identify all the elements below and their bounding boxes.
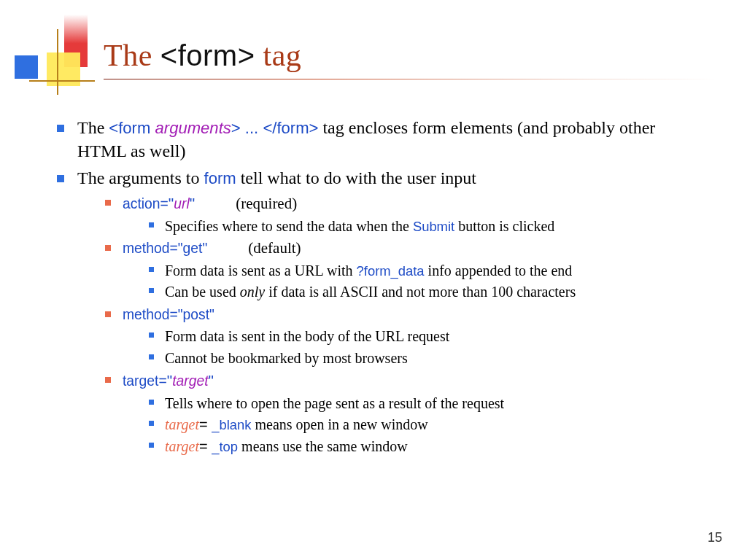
list-item: Form data is sent in the body of the URL… <box>149 327 708 346</box>
code-token: <form <box>109 119 155 137</box>
attr-name-token: target <box>165 416 199 432</box>
code-token: ?form_data <box>357 263 425 279</box>
list-item-method-get: method="get"(default) Form data is sent … <box>105 238 708 302</box>
list-item: Cannot be bookmarked by most browsers <box>149 349 708 368</box>
attr-label: method="get" <box>123 241 207 256</box>
attr-label: action= <box>123 196 169 211</box>
text: means open in a new window <box>251 416 427 432</box>
logo-horizontal-line <box>29 80 95 82</box>
code-token: _blank <box>212 417 251 432</box>
text: tell what to do with the user input <box>236 168 476 187</box>
attr-label: target= <box>123 373 167 389</box>
text: means use the same window <box>238 438 408 454</box>
var-token: arguments <box>155 119 231 137</box>
italic-text: only <box>240 284 265 300</box>
title-prefix: The <box>104 39 160 72</box>
slide-title: The <form> tag <box>104 38 718 73</box>
list-item: Specifies where to send the data when th… <box>149 217 708 236</box>
quote: " <box>209 372 214 389</box>
text: Specifies where to send the data when th… <box>165 218 413 234</box>
list-item: The <form arguments> ... </form> tag enc… <box>57 117 708 163</box>
title-suffix: tag <box>255 39 302 72</box>
slide-title-area: The <form> tag <box>104 38 718 79</box>
equals: = <box>199 416 212 432</box>
title-code: <form> <box>160 39 255 71</box>
text: if data is all ASCII and not more than 1… <box>265 284 576 300</box>
list-item-method-post: method="post" Form data is sent in the b… <box>105 305 708 368</box>
var-token: target <box>172 373 208 389</box>
title-underline <box>104 79 718 79</box>
quote: " <box>190 195 195 211</box>
text: The arguments to <box>77 168 204 187</box>
attr-label: method="post" <box>123 307 214 322</box>
attr-note: (required) <box>236 195 297 212</box>
bullet-list-lvl3: Tells where to open the page sent as a r… <box>149 394 708 456</box>
list-item-target: target="target" Tells where to open the … <box>105 370 708 456</box>
code-token: > ... </form> <box>231 119 319 137</box>
logo-vertical-line <box>57 29 58 95</box>
page-number: 15 <box>708 530 722 545</box>
text: The <box>77 118 109 137</box>
bullet-list-lvl3: Specifies where to send the data when th… <box>149 217 708 236</box>
list-item: target= _top means use the same window <box>149 437 708 456</box>
list-item: Form data is sent as a URL with ?form_da… <box>149 261 708 280</box>
bullet-list-lvl2: action="url"(required) Specifies where t… <box>105 193 708 456</box>
bullet-list-lvl1: The <form arguments> ... </form> tag enc… <box>57 117 708 456</box>
list-item: Can be used only if data is all ASCII an… <box>149 282 708 301</box>
logo-blue-square <box>15 55 38 79</box>
list-item-action: action="url"(required) Specifies where t… <box>105 193 708 236</box>
code-token: form <box>204 169 236 187</box>
text: info appended to the end <box>425 262 573 279</box>
text: Form data is sent as a URL with <box>165 262 357 279</box>
list-item: The arguments to form tell what to do wi… <box>57 167 708 456</box>
slide-body: The <form arguments> ... </form> tag enc… <box>57 117 708 460</box>
list-item: Tells where to open the page sent as a r… <box>149 394 708 413</box>
text: Can be used <box>165 284 240 300</box>
bullet-list-lvl3: Form data is sent in the body of the URL… <box>149 327 708 368</box>
var-token: url <box>174 196 189 211</box>
code-token: Submit <box>413 219 454 234</box>
attr-name-token: target <box>165 438 199 454</box>
slide-logo <box>15 15 95 95</box>
equals: = <box>199 438 212 454</box>
list-item: target= _blank means open in a new windo… <box>149 415 708 434</box>
attr-note: (default) <box>248 239 301 257</box>
text: button is clicked <box>454 218 554 234</box>
code-token: _top <box>212 439 238 454</box>
bullet-list-lvl3: Form data is sent as a URL with ?form_da… <box>149 261 708 302</box>
